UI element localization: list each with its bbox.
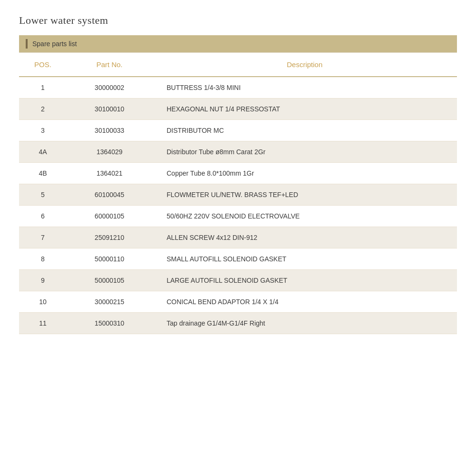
table-row: 1030000215CONICAL BEND ADAPTOR 1/4 X 1/4 [19, 291, 457, 313]
cell-pos: 1 [19, 77, 67, 99]
header-description: Description [152, 53, 457, 77]
cell-pos: 4B [19, 163, 67, 184]
cell-pos: 4A [19, 141, 67, 163]
cell-part-no: 25091210 [67, 227, 152, 248]
cell-pos: 7 [19, 227, 67, 248]
section-header-bar [26, 39, 28, 49]
table-row: 725091210ALLEN SCREW 4x12 DIN-912 [19, 227, 457, 248]
cell-description: CONICAL BEND ADAPTOR 1/4 X 1/4 [152, 291, 457, 313]
cell-description: HEXAGONAL NUT 1/4 PRESSOSTAT [152, 99, 457, 120]
cell-description: Tap drainage G1/4M-G1/4F Right [152, 313, 457, 334]
table-row: 4A1364029Distributor Tube ø8mm Carat 2Gr [19, 141, 457, 163]
cell-pos: 9 [19, 270, 67, 291]
cell-description: ALLEN SCREW 4x12 DIN-912 [152, 227, 457, 248]
cell-part-no: 30100033 [67, 120, 152, 141]
cell-description: BUTTRESS 1/4-3/8 MINI [152, 77, 457, 99]
table-row: 66000010550/60HZ 220V SOLENOID ELECTROVA… [19, 206, 457, 227]
table-header-row: POS. Part No. Description [19, 53, 457, 77]
cell-part-no: 30000002 [67, 77, 152, 99]
cell-part-no: 30100010 [67, 99, 152, 120]
cell-pos: 5 [19, 184, 67, 206]
section-header-label: Spare parts list [32, 40, 77, 48]
parts-table: POS. Part No. Description 130000002BUTTR… [19, 52, 457, 334]
cell-description: DISTRIBUTOR MC [152, 120, 457, 141]
page-title: Lower water system [19, 14, 457, 27]
cell-part-no: 1364021 [67, 163, 152, 184]
cell-pos: 3 [19, 120, 67, 141]
cell-pos: 8 [19, 248, 67, 270]
cell-part-no: 1364029 [67, 141, 152, 163]
cell-part-no: 15000310 [67, 313, 152, 334]
cell-pos: 2 [19, 99, 67, 120]
table-row: 4B1364021Copper Tube 8.0*100mm 1Gr [19, 163, 457, 184]
header-part-no: Part No. [67, 53, 152, 77]
cell-pos: 11 [19, 313, 67, 334]
table-row: 950000105LARGE AUTOFILL SOLENOID GASKET [19, 270, 457, 291]
cell-description: SMALL AUTOFILL SOLENOID GASKET [152, 248, 457, 270]
table-row: 230100010HEXAGONAL NUT 1/4 PRESSOSTAT [19, 99, 457, 120]
cell-part-no: 60100045 [67, 184, 152, 206]
header-pos: POS. [19, 53, 67, 77]
cell-part-no: 50000105 [67, 270, 152, 291]
cell-part-no: 50000110 [67, 248, 152, 270]
cell-description: FLOWMETER UL/NETW. BRASS TEF+LED [152, 184, 457, 206]
cell-description: Copper Tube 8.0*100mm 1Gr [152, 163, 457, 184]
cell-part-no: 30000215 [67, 291, 152, 313]
cell-description: LARGE AUTOFILL SOLENOID GASKET [152, 270, 457, 291]
cell-part-no: 60000105 [67, 206, 152, 227]
table-row: 850000110SMALL AUTOFILL SOLENOID GASKET [19, 248, 457, 270]
cell-description: 50/60HZ 220V SOLENOID ELECTROVALVE [152, 206, 457, 227]
cell-pos: 10 [19, 291, 67, 313]
section-header: Spare parts list [19, 35, 457, 52]
cell-pos: 6 [19, 206, 67, 227]
table-row: 1115000310Tap drainage G1/4M-G1/4F Right [19, 313, 457, 334]
table-row: 130000002BUTTRESS 1/4-3/8 MINI [19, 77, 457, 99]
table-row: 330100033DISTRIBUTOR MC [19, 120, 457, 141]
cell-description: Distributor Tube ø8mm Carat 2Gr [152, 141, 457, 163]
table-row: 560100045FLOWMETER UL/NETW. BRASS TEF+LE… [19, 184, 457, 206]
